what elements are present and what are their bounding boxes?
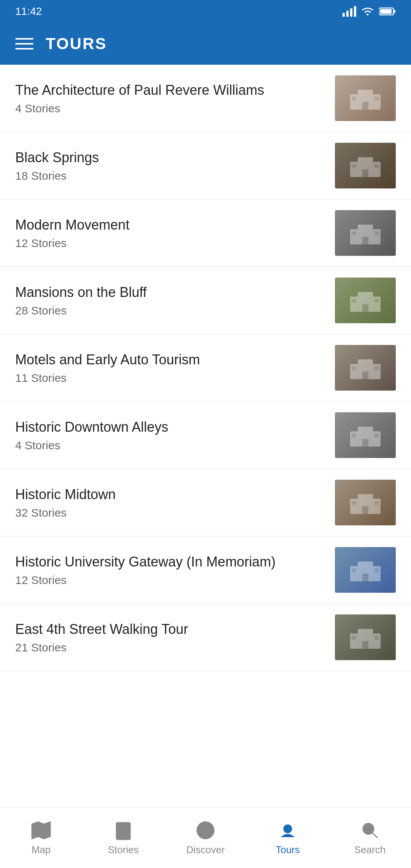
- svg-rect-10: [352, 97, 356, 101]
- tour-info-4: Mansions on the Bluff 28 Stories: [15, 284, 335, 318]
- svg-rect-31: [374, 366, 379, 370]
- tour-info-6: Historic Downtown Alleys 4 Stories: [15, 418, 335, 452]
- nav-discover[interactable]: Discover: [171, 816, 240, 860]
- tour-thumbnail-6: [335, 412, 396, 458]
- tour-item-7[interactable]: Historic Midtown 32 Stories: [0, 469, 411, 536]
- tour-info-5: Motels and Early Auto Tourism 11 Stories: [15, 351, 335, 385]
- tour-name-5: Motels and Early Auto Tourism: [15, 351, 327, 369]
- tours-icon: [277, 820, 298, 841]
- svg-rect-15: [352, 164, 356, 168]
- tour-name-4: Mansions on the Bluff: [15, 284, 327, 302]
- svg-rect-24: [362, 304, 368, 312]
- tour-stories-8: 12 Stories: [15, 574, 327, 587]
- search-icon: [359, 820, 381, 841]
- thumb-image-2: [335, 143, 396, 188]
- svg-rect-5: [393, 10, 395, 13]
- nav-map[interactable]: Map: [7, 816, 75, 860]
- tour-info-2: Black Springs 18 Stories: [15, 149, 335, 183]
- nav-search-label: Search: [354, 844, 386, 856]
- svg-rect-18: [358, 225, 373, 230]
- tour-item-4[interactable]: Mansions on the Bluff 28 Stories: [0, 267, 411, 334]
- tour-thumbnail-2: [335, 143, 396, 188]
- thumb-image-8: [335, 547, 396, 593]
- svg-rect-16: [374, 164, 379, 168]
- svg-rect-50: [352, 636, 356, 640]
- svg-rect-19: [362, 237, 368, 244]
- tour-list: The Architecture of Paul Revere Williams…: [0, 65, 411, 671]
- svg-rect-3: [354, 6, 356, 17]
- tour-name-1: The Architecture of Paul Revere Williams: [15, 81, 327, 99]
- tour-thumbnail-7: [335, 480, 396, 525]
- tour-stories-4: 28 Stories: [15, 304, 327, 317]
- tour-item-6[interactable]: Historic Downtown Alleys 4 Stories: [0, 402, 411, 469]
- thumb-image-4: [335, 278, 396, 323]
- nav-map-label: Map: [32, 844, 51, 856]
- svg-rect-43: [358, 562, 373, 567]
- svg-rect-51: [374, 636, 379, 640]
- thumb-image-3: [335, 210, 396, 256]
- tour-stories-5: 11 Stories: [15, 372, 327, 385]
- map-icon: [30, 820, 52, 841]
- tour-item-9[interactable]: East 4th Street Walking Tour 21 Stories: [0, 604, 411, 671]
- tour-thumbnail-3: [335, 210, 396, 256]
- thumb-image-7: [335, 480, 396, 525]
- svg-rect-40: [352, 501, 356, 505]
- tour-thumbnail-9: [335, 614, 396, 660]
- svg-rect-2: [350, 8, 352, 17]
- svg-point-62: [363, 823, 374, 834]
- svg-rect-36: [374, 434, 379, 437]
- tour-item-1[interactable]: The Architecture of Paul Revere Williams…: [0, 65, 411, 132]
- tour-name-6: Historic Downtown Alleys: [15, 418, 327, 436]
- tour-list-container[interactable]: The Architecture of Paul Revere Williams…: [0, 65, 411, 807]
- nav-stories-label: Stories: [108, 844, 139, 856]
- svg-rect-35: [352, 434, 356, 437]
- tour-stories-3: 12 Stories: [15, 237, 327, 250]
- nav-tours-label: Tours: [276, 844, 300, 856]
- signal-icon: [342, 6, 356, 17]
- tour-stories-1: 4 Stories: [15, 102, 327, 115]
- tour-item-8[interactable]: Historic University Gateway (In Memoriam…: [0, 536, 411, 604]
- svg-rect-39: [362, 506, 368, 514]
- svg-rect-38: [358, 494, 373, 499]
- svg-rect-1: [346, 11, 349, 17]
- svg-rect-25: [352, 299, 356, 303]
- svg-marker-52: [32, 822, 50, 839]
- nav-search[interactable]: Search: [336, 816, 404, 860]
- svg-rect-13: [358, 157, 373, 163]
- menu-button[interactable]: [15, 34, 34, 53]
- tour-item-5[interactable]: Motels and Early Auto Tourism 11 Stories: [0, 334, 411, 402]
- svg-rect-6: [380, 9, 392, 14]
- status-icons: [342, 6, 396, 17]
- nav-stories[interactable]: Stories: [89, 816, 158, 860]
- stories-icon: [113, 820, 134, 841]
- svg-rect-8: [358, 90, 373, 95]
- svg-rect-28: [358, 359, 373, 365]
- svg-rect-29: [362, 372, 368, 379]
- tour-name-9: East 4th Street Walking Tour: [15, 621, 327, 638]
- thumb-image-6: [335, 412, 396, 458]
- nav-tours[interactable]: Tours: [253, 816, 322, 860]
- svg-rect-55: [116, 823, 130, 839]
- svg-rect-49: [362, 641, 368, 649]
- svg-rect-34: [362, 439, 368, 447]
- tour-thumbnail-5: [335, 345, 396, 391]
- svg-rect-44: [362, 574, 368, 581]
- svg-rect-14: [362, 169, 368, 177]
- tour-stories-6: 4 Stories: [15, 439, 327, 452]
- svg-rect-48: [358, 629, 373, 634]
- tour-item-3[interactable]: Modern Movement 12 Stories: [0, 199, 411, 267]
- app-header: TOURS: [0, 23, 411, 65]
- svg-rect-33: [358, 427, 373, 432]
- svg-rect-41: [374, 501, 379, 505]
- svg-point-61: [284, 825, 292, 833]
- svg-rect-45: [352, 568, 356, 572]
- tour-thumbnail-4: [335, 278, 396, 323]
- svg-rect-11: [374, 97, 379, 101]
- page-title: TOURS: [46, 35, 107, 53]
- tour-name-8: Historic University Gateway (In Memoriam…: [15, 553, 327, 571]
- status-time: 11:42: [15, 5, 42, 18]
- bottom-navigation: Map Stories Discover To: [0, 807, 411, 868]
- svg-rect-0: [342, 13, 345, 17]
- tour-item-2[interactable]: Black Springs 18 Stories: [0, 132, 411, 199]
- thumb-image-5: [335, 345, 396, 391]
